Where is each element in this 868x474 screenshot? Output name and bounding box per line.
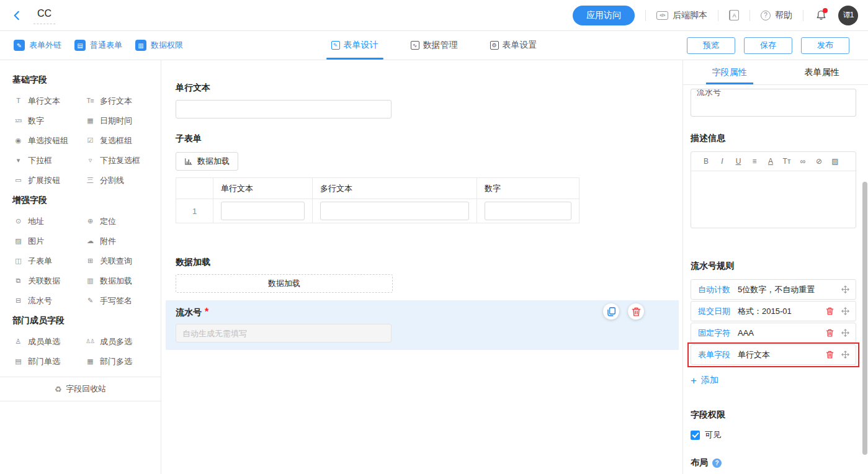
serial-rule-auto-count[interactable]: 自动计数 5位数字，不自动重置 xyxy=(691,279,856,300)
copy-field-button[interactable] xyxy=(603,303,619,320)
field-item-label: 多行文本 xyxy=(100,96,132,107)
panel-scrollbar[interactable] xyxy=(862,182,867,455)
delete-rule-button[interactable] xyxy=(825,306,834,316)
checkbox-checked-icon[interactable] xyxy=(691,431,700,440)
sidebar-item-linked-data[interactable]: ⧉关联数据 xyxy=(12,276,84,285)
plain-form-button[interactable]: ▤ 普通表单 xyxy=(74,40,122,51)
description-editor-body[interactable] xyxy=(691,171,856,228)
data-load-trigger-button[interactable]: 数据加载 xyxy=(176,274,393,293)
field-title-value: 流水号 xyxy=(697,89,850,99)
sidebar-item-radio-group[interactable]: ◉单选按钮组 xyxy=(12,136,84,145)
tab-data-management[interactable]: ∿ 数据管理 xyxy=(411,31,458,60)
sidebar-item-dropdown[interactable]: ▾下拉框 xyxy=(12,156,84,165)
sidebar-item-dept-multi[interactable]: ▦部门多选 xyxy=(84,357,154,366)
canvas-field-data-load[interactable]: 数据加载 数据加载 xyxy=(161,249,682,300)
delete-rule-button[interactable] xyxy=(825,328,834,338)
avatar[interactable]: 谭1 xyxy=(838,6,858,25)
subform-row: 1 xyxy=(176,199,579,223)
drag-rule-handle[interactable] xyxy=(841,328,850,338)
align-icon[interactable]: ≡ xyxy=(746,157,763,166)
field-item-label: 附件 xyxy=(100,236,116,247)
subform-multiline-input[interactable] xyxy=(320,202,469,220)
link-icon[interactable]: ∞ xyxy=(795,157,811,166)
canvas-field-serial-number-selected[interactable]: 流水号* xyxy=(166,300,679,350)
contacts-button[interactable]: A xyxy=(729,10,739,20)
sidebar-item-multi-line-text[interactable]: T≡多行文本 xyxy=(84,96,154,105)
subform-text-input[interactable] xyxy=(221,202,305,220)
sidebar-item-member-single[interactable]: ♙成员单选 xyxy=(12,337,84,346)
preview-button[interactable]: 预览 xyxy=(687,37,735,54)
data-permission-button[interactable]: ▥ 数据权限 xyxy=(135,40,183,51)
sidebar-item-signature[interactable]: ✎手写签名 xyxy=(84,296,154,305)
serial-rule-fixed-chars[interactable]: 固定字符 AAA xyxy=(691,323,856,343)
canvas-field-subform[interactable]: 子表单 数据加载 单行文本 多行文本 数字 1 xyxy=(161,126,682,249)
form-title[interactable]: CC xyxy=(34,7,55,24)
save-button[interactable]: 保存 xyxy=(744,37,792,54)
sidebar-item-number[interactable]: 123数字 xyxy=(12,116,84,125)
sidebar-item-datetime[interactable]: ▦日期时间 xyxy=(84,116,154,125)
app-access-button[interactable]: 应用访问 xyxy=(573,6,635,25)
sidebar-item-data-load[interactable]: ▥数据加载 xyxy=(84,276,154,285)
italic-icon[interactable]: I xyxy=(714,157,730,166)
data-load-icon: ▥ xyxy=(84,277,96,284)
field-recycle-bin-button[interactable]: ♻ 字段回收站 xyxy=(0,377,161,401)
drag-rule-handle[interactable] xyxy=(841,285,850,294)
sidebar-item-serial-number[interactable]: ⊟流水号 xyxy=(12,296,84,305)
back-button[interactable] xyxy=(11,6,30,25)
tab-form-settings[interactable]: ⚙ 表单设置 xyxy=(490,31,537,60)
single-line-text-input[interactable] xyxy=(176,100,391,118)
field-title-input[interactable]: 流水号 xyxy=(691,89,856,117)
publish-button[interactable]: 发布 xyxy=(801,37,849,54)
insert-image-icon[interactable]: ▨ xyxy=(827,157,843,166)
help-button[interactable]: ? 帮助 xyxy=(761,10,792,21)
delete-rule-button[interactable] xyxy=(825,350,834,359)
sidebar-item-location[interactable]: ⊕定位 xyxy=(84,217,154,226)
serial-rules-title: 流水号规则 xyxy=(691,261,856,272)
divider xyxy=(645,10,646,21)
field-item-label: 成员多选 xyxy=(100,336,132,347)
field-label: 数据加载 xyxy=(176,257,682,268)
sidebar-item-image[interactable]: ▨图片 xyxy=(12,236,84,246)
underline-icon[interactable]: U xyxy=(730,157,746,166)
serial-rule-submit-date[interactable]: 提交日期 格式：2015-01 xyxy=(691,301,856,321)
serial-number-input[interactable] xyxy=(176,324,391,342)
sidebar-item-subform[interactable]: ◫子表单 xyxy=(12,256,84,266)
form-external-link-button[interactable]: ✎ 表单外链 xyxy=(14,40,61,51)
font-color-icon[interactable]: A xyxy=(763,157,779,166)
subform-number-input[interactable] xyxy=(485,202,571,220)
sidebar-item-single-line-text[interactable]: T单行文本 xyxy=(12,96,84,105)
rule-value: 格式：2015-01 xyxy=(738,306,819,317)
sidebar-item-linked-query[interactable]: ⊞关联查询 xyxy=(84,256,154,266)
sidebar-item-extend-button[interactable]: ▭扩展按钮 xyxy=(12,176,84,185)
sidebar-item-dropdown-multi[interactable]: ▿下拉复选框 xyxy=(84,156,154,165)
toolbar: ✎ 表单外链 ▤ 普通表单 ▥ 数据权限 ✎ 表单设计 ∿ 数据管理 ⚙ xyxy=(0,31,868,60)
backend-script-button[interactable]: </> 后端脚本 xyxy=(656,10,707,21)
tab-field-properties[interactable]: 字段属性 xyxy=(683,60,776,84)
canvas-field-single-line-text[interactable]: 单行文本 xyxy=(161,73,682,126)
sidebar-item-attachment[interactable]: ☁附件 xyxy=(84,236,154,246)
sidebar-item-address[interactable]: ⊙地址 xyxy=(12,217,84,226)
trash-icon xyxy=(825,306,834,316)
form-canvas[interactable]: 单行文本 子表单 数据加载 单行文本 多行文本 数字 xyxy=(161,60,682,474)
unlink-icon[interactable]: ⊘ xyxy=(811,157,827,166)
visible-checkbox-row[interactable]: 可见 xyxy=(691,429,856,440)
layout-help-icon[interactable]: ? xyxy=(712,458,722,468)
sidebar-item-divider-line[interactable]: 三分割线 xyxy=(84,176,154,185)
properties-panel: 字段属性 表单属性 流水号 描述信息 B I U ≡ A Tт ∞ xyxy=(682,60,868,474)
font-size-icon[interactable]: Tт xyxy=(779,157,795,166)
tab-form-design[interactable]: ✎ 表单设计 xyxy=(331,31,378,60)
notification-button[interactable] xyxy=(814,9,828,22)
sidebar-item-checkbox-group[interactable]: ☑复选框组 xyxy=(84,136,154,145)
sidebar-item-member-multi[interactable]: ♙♙成员多选 xyxy=(84,337,154,346)
sidebar-item-dept-single[interactable]: ▤部门单选 xyxy=(12,357,84,366)
drag-rule-handle[interactable] xyxy=(841,306,850,316)
multi-line-text-icon: T≡ xyxy=(84,97,96,104)
subform-data-load-button[interactable]: 数据加载 xyxy=(176,152,238,171)
drag-rule-handle[interactable] xyxy=(841,350,850,359)
app-root: CC 应用访问 </> 后端脚本 A ? 帮助 谭1 xyxy=(0,0,868,474)
serial-rule-form-field[interactable]: 表单字段 单行文本 xyxy=(691,344,856,365)
add-rule-button[interactable]: + 添加 xyxy=(691,375,856,386)
delete-field-button[interactable] xyxy=(628,303,644,320)
bold-icon[interactable]: B xyxy=(698,157,714,166)
tab-form-properties[interactable]: 表单属性 xyxy=(776,60,868,84)
